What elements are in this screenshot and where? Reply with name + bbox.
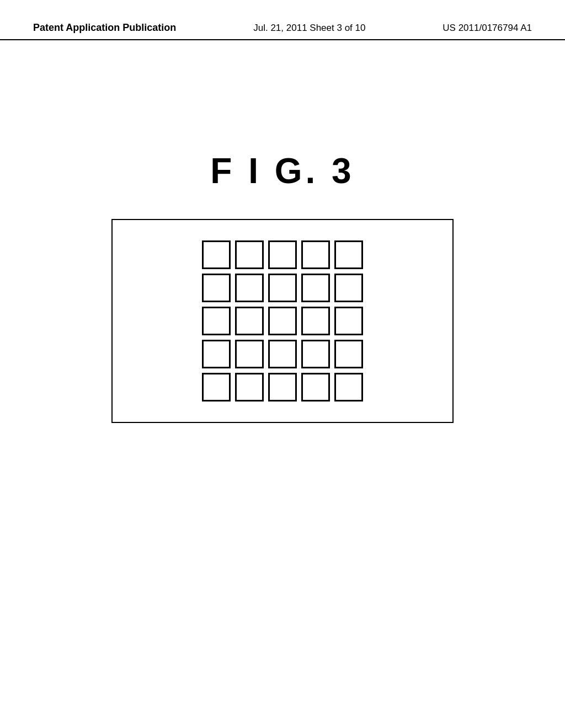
grid-cell xyxy=(301,307,330,335)
grid-cell xyxy=(334,340,363,368)
grid-cell xyxy=(202,307,231,335)
grid-cell xyxy=(202,240,231,269)
page-header: Patent Application Publication Jul. 21, … xyxy=(0,0,565,40)
grid-cell xyxy=(268,240,297,269)
grid-cell xyxy=(235,373,264,402)
grid-cell xyxy=(301,240,330,269)
grid-cell xyxy=(235,340,264,368)
grid-cell xyxy=(268,340,297,368)
grid-cell xyxy=(334,240,363,269)
grid-cell xyxy=(202,340,231,368)
figure-box xyxy=(111,219,454,423)
patent-number-label: US 2011/0176794 A1 xyxy=(443,23,532,34)
main-content: F I G. 3 xyxy=(0,40,565,423)
grid-cell xyxy=(268,307,297,335)
grid-cell xyxy=(334,274,363,302)
grid-cell xyxy=(301,340,330,368)
figure-title: F I G. 3 xyxy=(210,151,354,191)
grid-cell xyxy=(301,373,330,402)
pixel-grid xyxy=(202,240,363,402)
grid-cell xyxy=(268,274,297,302)
publication-label: Patent Application Publication xyxy=(33,22,176,34)
grid-cell xyxy=(202,373,231,402)
grid-cell xyxy=(235,274,264,302)
grid-cell xyxy=(301,274,330,302)
date-sheet-label: Jul. 21, 2011 Sheet 3 of 10 xyxy=(253,23,365,34)
grid-cell xyxy=(235,240,264,269)
grid-cell xyxy=(202,274,231,302)
grid-cell xyxy=(334,373,363,402)
grid-cell xyxy=(268,373,297,402)
grid-cell xyxy=(235,307,264,335)
grid-cell xyxy=(334,307,363,335)
